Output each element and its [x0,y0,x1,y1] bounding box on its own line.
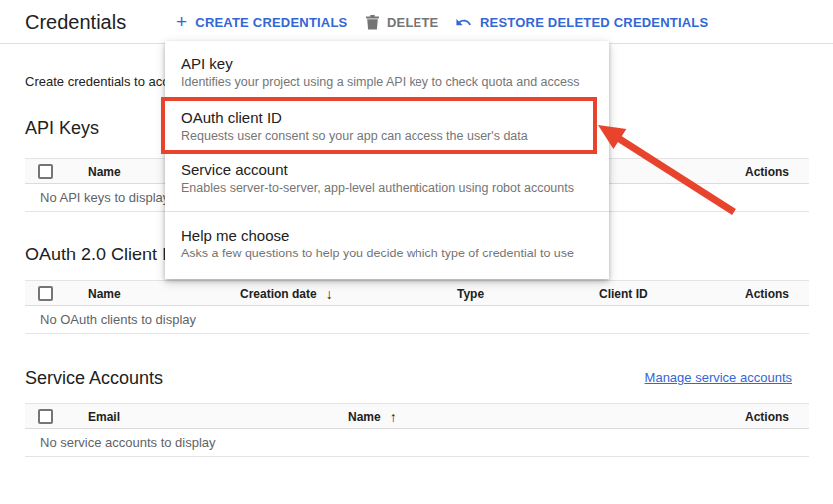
restore-deleted-credentials-button[interactable]: RESTORE DELETED CREDENTIALS [455,0,708,44]
menu-item-description: Identifies your project using a simple A… [181,74,593,91]
create-credentials-menu: API key Identifies your project using a … [165,41,609,279]
menu-divider [165,211,609,212]
column-header-type[interactable]: Type [457,281,484,307]
create-credentials-label: CREATE CREDENTIALS [195,15,347,30]
restore-label: RESTORE DELETED CREDENTIALS [480,15,708,30]
empty-text: No service accounts to display [40,435,216,450]
trash-icon [366,15,379,30]
section-title-api-keys: API Keys [25,118,99,139]
empty-row: No service accounts to display [25,429,809,457]
page-title: Credentials [25,0,126,44]
credentials-page: Credentials + CREATE CREDENTIALS DELETE … [0,0,833,504]
toolbar: Credentials + CREATE CREDENTIALS DELETE … [0,0,833,44]
column-header-creation-date[interactable]: Creation date ↓ [240,281,333,307]
menu-item-description: Asks a few questions to help you decide … [181,246,593,262]
undo-icon [455,14,472,31]
column-header-client-id[interactable]: Client ID [599,281,648,307]
select-all-checkbox[interactable] [38,286,53,301]
menu-item-api-key[interactable]: API key Identifies your project using a … [165,53,609,91]
create-credentials-button[interactable]: + CREATE CREDENTIALS [176,0,347,44]
column-header-name[interactable]: Name [88,159,121,185]
empty-text: No OAuth clients to display [40,312,196,327]
menu-item-title: Service account [181,159,593,180]
column-header-actions: Actions [745,404,789,430]
name-label: Name [348,404,381,430]
delete-label: DELETE [387,15,438,30]
column-header-name[interactable]: Name [88,281,121,307]
section-title-service-accounts: Service Accounts [25,368,163,389]
oauth-table-header: Name Creation date ↓ Type Client ID Acti… [25,280,809,306]
menu-item-title: Help me choose [181,225,593,246]
select-all-checkbox[interactable] [38,164,53,179]
menu-item-service-account[interactable]: Service account Enables server-to-server… [165,159,609,197]
menu-item-description: Enables server-to-server, app-level auth… [181,180,593,197]
select-all-checkbox[interactable] [38,409,53,424]
column-header-actions: Actions [745,281,789,307]
menu-item-description: Requests user consent so your app can ac… [181,128,593,145]
empty-row: No OAuth clients to display [25,306,809,334]
column-header-email[interactable]: Email [88,404,120,430]
manage-service-accounts-link[interactable]: Manage service accounts [645,370,792,385]
sort-ascending-icon[interactable]: ↑ [390,404,397,430]
menu-item-help-me-choose[interactable]: Help me choose Asks a few questions to h… [165,225,609,262]
creation-date-label: Creation date [240,281,317,307]
menu-item-title: OAuth client ID [181,107,593,128]
column-header-actions: Actions [745,159,789,185]
oauth-clients-table: Name Creation date ↓ Type Client ID Acti… [25,280,809,334]
column-header-name[interactable]: Name ↑ [348,404,397,430]
service-accounts-table: Email Name ↑ Actions No service accounts… [25,403,809,457]
delete-button[interactable]: DELETE [366,0,438,44]
menu-item-oauth-client-id[interactable]: OAuth client ID Requests user consent so… [165,107,609,145]
plus-icon: + [176,12,187,31]
menu-item-title: API key [181,53,593,74]
sort-descending-icon[interactable]: ↓ [326,281,333,307]
empty-text: No API keys to display [40,190,169,205]
service-accounts-table-header: Email Name ↑ Actions [25,403,809,429]
